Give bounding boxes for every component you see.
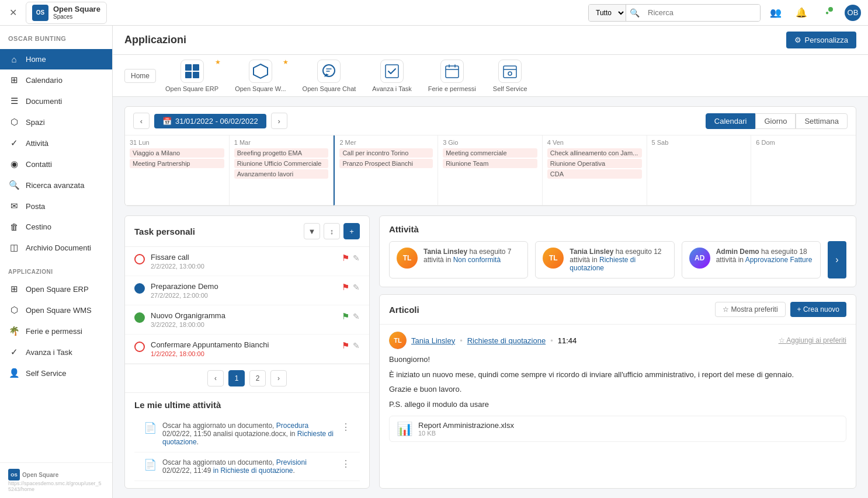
act-item-0: 📄 Oscar ha aggiornato un documento, Proc… bbox=[134, 416, 360, 452]
app-icon-erp[interactable]: ★ Open Square ERP bbox=[158, 56, 225, 96]
sidebar-item-posta[interactable]: ✉ Posta bbox=[0, 196, 112, 217]
sidebar-item-selfservice[interactable]: 👤 Self Service bbox=[0, 363, 112, 384]
procedura-link[interactable]: Procedura bbox=[276, 422, 308, 430]
ferie-icon: 🌴 bbox=[8, 326, 20, 336]
sidebar-item-ricerca[interactable]: 🔍 Ricerca avanzata bbox=[0, 175, 112, 196]
logo[interactable]: OS Open Square Spaces bbox=[26, 2, 107, 24]
wms-label: Open Square W... bbox=[235, 85, 286, 92]
sidebar-item-home[interactable]: ⌂ Home bbox=[0, 49, 112, 69]
sidebar-item-calendario[interactable]: ⊞ Calendario bbox=[0, 69, 112, 90]
task-filter-button[interactable]: ▼ bbox=[304, 223, 320, 239]
task-checkbox-1[interactable] bbox=[134, 283, 145, 294]
logo-text: Open Square Spaces bbox=[53, 5, 100, 21]
activity-cards: TL Tania Linsley ha eseguito 7 attività … bbox=[389, 241, 846, 278]
task-add-button[interactable]: + bbox=[343, 223, 360, 239]
cal-date-range-button[interactable]: 📅 31/01/2022 - 06/02/2022 bbox=[154, 114, 266, 128]
task-flag-3[interactable]: ⚑ bbox=[342, 340, 349, 351]
cal-event[interactable]: Pranzo Prospect Bianchi bbox=[339, 159, 433, 168]
page-2-button[interactable]: 2 bbox=[249, 370, 266, 386]
cal-settimana-button[interactable]: Settimana bbox=[796, 113, 848, 129]
search-input[interactable] bbox=[643, 5, 760, 21]
cal-prev-button[interactable]: ‹ bbox=[133, 113, 150, 129]
act-more-1[interactable]: ⋮ bbox=[341, 458, 350, 469]
task-checkbox-3[interactable] bbox=[134, 342, 145, 352]
cal-event[interactable]: Viaggio a Milano bbox=[130, 148, 224, 158]
cal-event[interactable]: Call per incontro Torino bbox=[339, 148, 433, 158]
task-flag-1[interactable]: ⚑ bbox=[342, 282, 349, 292]
activity-next-button[interactable]: › bbox=[828, 241, 846, 278]
cal-next-button[interactable]: › bbox=[271, 113, 287, 129]
cal-day-1: 1 Mar Breefing progetto EMA Riunione Uff… bbox=[230, 135, 334, 206]
cal-event[interactable]: Check allineamento con Jam... bbox=[547, 148, 642, 158]
crea-nuovo-button[interactable]: + Crea nuovo bbox=[790, 302, 846, 317]
home-icon: ⌂ bbox=[8, 54, 20, 64]
approvazione-link[interactable]: Approvazione Fatture bbox=[745, 256, 813, 264]
sidebar-item-wms[interactable]: ⬡ Open Square WMS bbox=[0, 300, 112, 321]
cal-event[interactable]: Breefing progetto EMA bbox=[234, 148, 329, 158]
cal-day-header-3: 3 Gio bbox=[443, 139, 537, 146]
article-author: TL Tania Linsley • Richieste di quotazio… bbox=[389, 332, 846, 349]
act-more-0[interactable]: ⋮ bbox=[341, 422, 350, 433]
footer-url: https://spacesdemo.smc.it/group/user_552… bbox=[8, 480, 104, 492]
task-checkbox-0[interactable] bbox=[134, 254, 145, 264]
cal-event[interactable]: Avanzamento lavori bbox=[234, 169, 329, 179]
task-sort-button[interactable]: ↕ bbox=[324, 223, 340, 239]
calendar-grid: 31 Lun Viaggio a Milano Meeting Partners… bbox=[125, 135, 856, 206]
cal-event[interactable]: Meeting commerciale bbox=[443, 148, 537, 158]
sidebar-item-contatti[interactable]: ◉ Contatti bbox=[0, 154, 112, 175]
app-icon-ferie[interactable]: Ferie e permessi bbox=[421, 56, 483, 96]
cal-event[interactable]: Meeting Partnership bbox=[130, 159, 224, 168]
tania-avatar-0: TL bbox=[397, 248, 418, 269]
cal-day-header-0: 31 Lun bbox=[130, 139, 224, 146]
avatar-ad: AD bbox=[689, 248, 710, 269]
users-icon[interactable]: 👥 bbox=[768, 5, 784, 21]
task-edit-0[interactable]: ✎ bbox=[353, 253, 360, 263]
author-section-link[interactable]: Richieste di quotazione bbox=[467, 336, 546, 345]
sidebar-item-spazi[interactable]: ⬡ Spazi bbox=[0, 112, 112, 133]
app-icon-selfservice[interactable]: Self Service bbox=[485, 56, 535, 96]
richieste-link-0[interactable]: Richieste di quotazione bbox=[162, 430, 334, 446]
close-button[interactable]: ✕ bbox=[7, 7, 19, 19]
task-checkbox-2[interactable] bbox=[134, 312, 145, 323]
richieste-link-1[interactable]: in Richieste di quotazione bbox=[213, 466, 293, 475]
sidebar-item-ferie[interactable]: 🌴 Ferie e permessi bbox=[0, 321, 112, 342]
non-conformita-link[interactable]: Non conformità bbox=[453, 256, 501, 264]
cal-event[interactable]: Riunione Operativa bbox=[547, 159, 642, 168]
avanza-icon: ✓ bbox=[8, 347, 20, 357]
task-edit-3[interactable]: ✎ bbox=[353, 341, 360, 350]
add-favorite-link[interactable]: ☆ Aggiungi ai preferiti bbox=[779, 336, 846, 344]
app-icon-wms[interactable]: ★ Open Square W... bbox=[228, 56, 293, 96]
app-icon-task[interactable]: Avanza i Task bbox=[365, 56, 418, 96]
cal-event[interactable]: CDA bbox=[547, 169, 642, 179]
sidebar-item-archivio[interactable]: ◫ Archivio Documenti bbox=[0, 237, 112, 258]
home-tab[interactable]: Home bbox=[124, 69, 156, 83]
sidebar-item-documenti[interactable]: ☰ Documenti bbox=[0, 90, 112, 112]
sidebar-item-attivita[interactable]: ✓ Attività bbox=[0, 133, 112, 154]
page-next-button[interactable]: › bbox=[270, 370, 287, 386]
avatar[interactable]: OB bbox=[845, 5, 861, 21]
status-icon[interactable]: ● bbox=[819, 5, 835, 21]
cal-event[interactable]: Riunione Ufficio Commerciale bbox=[234, 159, 329, 168]
search-filter-select[interactable]: Tutto bbox=[589, 5, 626, 21]
app-icon-chat[interactable]: Open Square Chat bbox=[296, 56, 363, 96]
page-1-button[interactable]: 1 bbox=[228, 370, 245, 386]
page-prev-button[interactable]: ‹ bbox=[207, 370, 224, 386]
task-edit-2[interactable]: ✎ bbox=[353, 312, 360, 321]
task-edit-1[interactable]: ✎ bbox=[353, 283, 360, 292]
task-flag-0[interactable]: ⚑ bbox=[342, 253, 349, 263]
previsioni-link[interactable]: Previsioni bbox=[276, 458, 307, 466]
sidebar-item-cestino[interactable]: 🗑 Cestino bbox=[0, 217, 112, 237]
personalizza-button[interactable]: ⚙ Personalizza bbox=[786, 32, 856, 48]
sidebar-item-avanza[interactable]: ✓ Avanza i Task bbox=[0, 342, 112, 363]
cal-giorno-button[interactable]: Giorno bbox=[755, 113, 796, 129]
mostra-preferiti-button[interactable]: ☆ Mostra preferiti bbox=[715, 302, 786, 317]
author-name-link[interactable]: Tania Linsley bbox=[411, 336, 455, 345]
sidebar-item-erp[interactable]: ⊞ Open Square ERP bbox=[0, 278, 112, 300]
notifications-icon[interactable]: 🔔 bbox=[793, 5, 810, 21]
cal-calendari-button[interactable]: Calendari bbox=[706, 113, 756, 129]
cal-event[interactable]: Riunione Team bbox=[443, 159, 537, 168]
calendar-section: ‹ 📅 31/01/2022 - 06/02/2022 › Calendari … bbox=[124, 106, 856, 206]
sidebar: OSCAR BUNTING ⌂ Home ⊞ Calendario ☰ Docu… bbox=[0, 26, 113, 498]
task-item: Confermare Appuntamento Bianchi 1/2/2022… bbox=[125, 335, 369, 364]
task-flag-2[interactable]: ⚑ bbox=[342, 311, 349, 322]
